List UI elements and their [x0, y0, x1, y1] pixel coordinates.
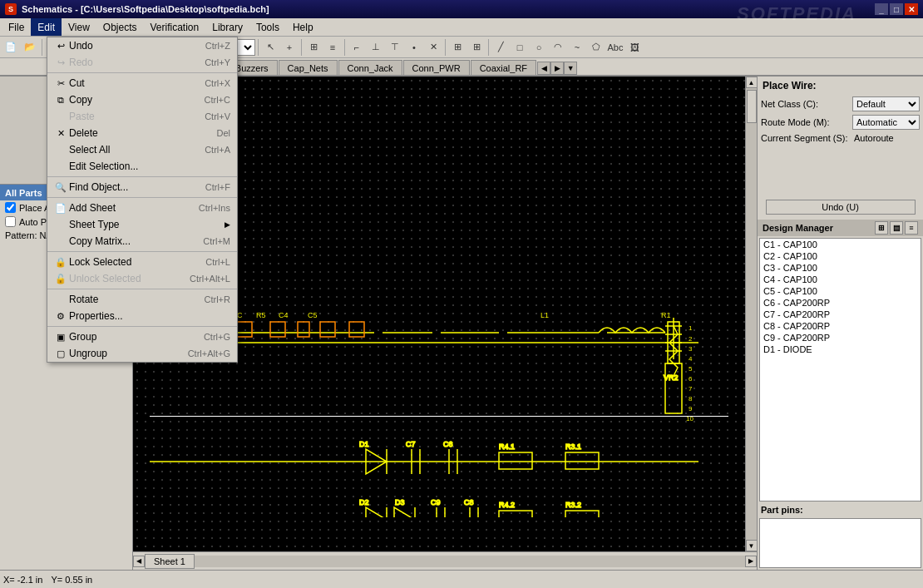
svg-text:C4: C4 [279, 311, 289, 319]
svg-text:R3.2: R3.2 [565, 501, 581, 509]
svg-marker-42 [394, 507, 415, 517]
menu-sheet-type[interactable]: Sheet Type ▶ [47, 216, 237, 233]
tab-coaxial-rf[interactable]: Coaxial_RF [471, 60, 536, 75]
parts-list[interactable]: C1 - CAP100 C2 - CAP100 C3 - CAP100 C4 -… [759, 238, 921, 502]
menu-cut[interactable]: ✂ Cut Ctrl+X [47, 75, 237, 91]
menu-select-all[interactable]: Select All Ctrl+A [47, 141, 237, 158]
list-item[interactable]: C6 - CAP200RP [760, 297, 921, 309]
net-tool[interactable]: ≡ [323, 38, 342, 57]
open-button[interactable]: 📂 [21, 38, 39, 57]
image-tool[interactable]: 🖼 [625, 38, 644, 57]
cut-shortcut: Ctrl+X [205, 78, 230, 88]
undo-shortcut: Ctrl+Z [205, 41, 230, 51]
part-pins-label: Part pins: [758, 503, 923, 516]
list-item[interactable]: C7 - CAP200RP [760, 309, 921, 320]
minimize-button[interactable]: _ [875, 3, 888, 15]
poly-tool[interactable]: ⬠ [587, 38, 605, 57]
junction-tool[interactable]: • [405, 38, 423, 57]
line-tool[interactable]: ╱ [491, 38, 510, 57]
maximize-button[interactable]: □ [890, 3, 903, 15]
menu-file[interactable]: File [2, 18, 31, 36]
arc-tool[interactable]: ◠ [549, 38, 567, 57]
scroll-left-button[interactable]: ◀ [133, 556, 145, 567]
menu-edit-selection[interactable]: Edit Selection... [47, 158, 237, 175]
scroll-track[interactable] [746, 88, 757, 540]
undo-u-button[interactable]: Undo (U) [766, 200, 916, 215]
tab-scroll-left[interactable]: ◀ [537, 62, 550, 75]
text-tool[interactable]: Abc [606, 38, 624, 57]
dm-icon-1[interactable]: ⊞ [875, 221, 888, 235]
menu-help[interactable]: Help [286, 18, 320, 36]
sheet-tab[interactable]: Sheet 1 [145, 554, 195, 569]
menu-properties[interactable]: ⚙ Properties... [47, 308, 237, 324]
unlock-label: Unlock Selected [69, 273, 181, 284]
route-mode-select[interactable]: Automatic [852, 115, 920, 130]
list-item[interactable]: C5 - CAP100 [760, 285, 921, 297]
auto-pwr-checkbox[interactable] [5, 216, 16, 227]
list-item[interactable]: C3 - CAP100 [760, 262, 921, 274]
bezier-tool[interactable]: ~ [568, 38, 586, 57]
list-item[interactable]: D1 - DIODE [760, 343, 921, 355]
svg-rect-10 [270, 322, 285, 337]
menu-find-object[interactable]: 🔍 Find Object... Ctrl+F [47, 179, 237, 195]
dm-icon-2[interactable]: ▤ [890, 221, 903, 235]
snap-tool[interactable]: ⊞ [467, 38, 486, 57]
menu-verification[interactable]: Verification [144, 18, 206, 36]
svg-rect-9 [237, 322, 252, 337]
wire-tool[interactable]: + [280, 38, 299, 57]
power-tool[interactable]: ⌐ [348, 38, 366, 57]
unlock-icon: 🔓 [52, 274, 69, 284]
bus-tool[interactable]: ⊞ [304, 38, 323, 57]
menu-view[interactable]: View [62, 18, 96, 36]
scroll-thumb[interactable] [747, 90, 757, 123]
tab-cap-nets[interactable]: Cap_Nets [279, 60, 338, 75]
menu-rotate[interactable]: Rotate Ctrl+R [47, 291, 237, 308]
menu-edit[interactable]: Edit [31, 18, 62, 36]
menu-delete[interactable]: ✕ Delete Del [47, 125, 237, 141]
menu-objects[interactable]: Objects [96, 18, 144, 36]
menu-undo[interactable]: ↩ Undo Ctrl+Z [47, 37, 237, 54]
find-shortcut: Ctrl+F [205, 182, 230, 192]
tab-scroll-right[interactable]: ▶ [550, 62, 564, 75]
x-coord: X= -2.1 in [3, 575, 42, 585]
menu-library[interactable]: Library [205, 18, 249, 36]
menu-redo[interactable]: ↪ Redo Ctrl+Y [47, 54, 237, 71]
h-scroll-track[interactable] [195, 556, 745, 567]
scroll-down-button[interactable]: ▼ [746, 540, 758, 551]
select-tool[interactable]: ↖ [261, 38, 279, 57]
place-all-parts-checkbox[interactable] [5, 202, 16, 213]
sep4 [258, 39, 259, 56]
menu-group[interactable]: ▣ Group Ctrl+G [47, 329, 237, 345]
menu-copy-matrix[interactable]: Copy Matrix... Ctrl+M [47, 233, 237, 250]
menu-tools[interactable]: Tools [249, 18, 286, 36]
netflag-tool[interactable]: ⊤ [386, 38, 404, 57]
menu-paste[interactable]: Paste Ctrl+V [47, 108, 237, 125]
tab-menu[interactable]: ▼ [564, 62, 577, 75]
list-item[interactable]: C9 - CAP200RP [760, 332, 921, 343]
dm-icon-3[interactable]: ≡ [905, 221, 918, 235]
list-item[interactable]: C8 - CAP200RP [760, 320, 921, 332]
lock-icon: 🔒 [52, 257, 69, 268]
menu-copy[interactable]: ⧉ Copy Ctrl+C [47, 91, 237, 108]
menu-unlock-selected[interactable]: 🔓 Unlock Selected Ctrl+Alt+L [47, 270, 237, 287]
noconn-tool[interactable]: ✕ [424, 38, 442, 57]
list-item[interactable]: C1 - CAP100 [760, 239, 921, 250]
scroll-right-button[interactable]: ▶ [745, 556, 757, 567]
rect-tool[interactable]: □ [511, 38, 529, 57]
tab-conn-jack[interactable]: Conn_Jack [338, 60, 402, 75]
tab-conn-pwr[interactable]: Conn_PWR [403, 60, 470, 75]
scroll-up-button[interactable]: ▲ [746, 77, 758, 88]
close-button[interactable]: ✕ [905, 3, 918, 15]
net-class-select[interactable]: Default [852, 96, 920, 111]
new-button[interactable]: 📄 [2, 38, 20, 57]
list-item[interactable]: C2 - CAP100 [760, 250, 921, 262]
menu-add-sheet[interactable]: 📄 Add Sheet Ctrl+Ins [47, 200, 237, 216]
copy-label: Copy [69, 94, 196, 106]
menu-ungroup[interactable]: ▢ Ungroup Ctrl+Alt+G [47, 345, 237, 362]
list-item[interactable]: C4 - CAP100 [760, 274, 921, 285]
part-pins-area [759, 518, 921, 568]
grid-display[interactable]: ⊞ [448, 38, 466, 57]
gnd-tool[interactable]: ⊥ [367, 38, 385, 57]
menu-lock-selected[interactable]: 🔒 Lock Selected Ctrl+L [47, 254, 237, 270]
circle-tool[interactable]: ○ [530, 38, 548, 57]
